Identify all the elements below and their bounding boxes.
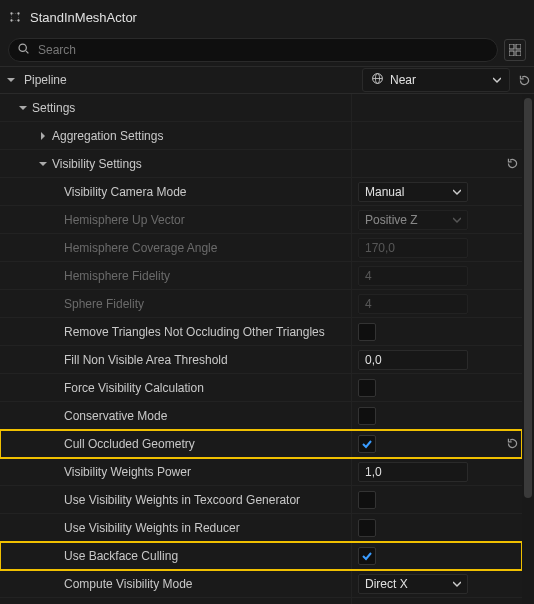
prop-fill-non-visible: Fill Non Visible Area Threshold 0,0	[0, 346, 522, 374]
prop-label: Conservative Mode	[64, 409, 167, 423]
field-hemisphere-fidelity: 4	[358, 266, 468, 286]
prop-sphere-fidelity: Sphere Fidelity 4	[0, 290, 522, 318]
prop-remove-triangles: Remove Triangles Not Occluding Other Tri…	[0, 318, 522, 346]
checkbox-use-weights-reducer[interactable]	[358, 519, 376, 537]
prop-label: Sphere Fidelity	[64, 297, 144, 311]
section-aggregation[interactable]: Aggregation Settings	[0, 122, 522, 150]
prop-visibility-weights-power: Visibility Weights Power 1,0	[0, 458, 522, 486]
prop-label: Hemisphere Fidelity	[64, 269, 170, 283]
prop-label: Use Backface Culling	[64, 549, 178, 563]
svg-point-3	[17, 19, 19, 21]
dropdown-visibility-camera-mode[interactable]: Manual	[358, 182, 468, 202]
svg-rect-7	[516, 44, 521, 49]
prop-hemisphere-up-vector: Hemisphere Up Vector Positive Z	[0, 206, 522, 234]
chevron-down-icon	[493, 73, 501, 87]
prop-label: Visibility Weights Power	[64, 465, 191, 479]
prop-force-visibility-calc: Force Visibility Calculation	[0, 374, 522, 402]
prop-use-weights-texcoord: Use Visibility Weights in Texcoord Gener…	[0, 486, 522, 514]
expand-arrow-icon[interactable]	[18, 103, 28, 113]
prop-use-backface-culling: Use Backface Culling	[0, 542, 522, 570]
section-settings[interactable]: Settings	[0, 94, 522, 122]
section-label: Visibility Settings	[52, 157, 142, 171]
actor-title: StandInMeshActor	[30, 10, 137, 25]
search-input[interactable]	[36, 42, 489, 58]
prop-cull-occluded-geometry: Cull Occluded Geometry	[0, 430, 522, 458]
dropdown-compute-visibility-mode[interactable]: Direct X	[358, 574, 468, 594]
prop-label: Force Visibility Calculation	[64, 381, 204, 395]
prop-label: Hemisphere Coverage Angle	[64, 241, 217, 255]
prop-label: Use Visibility Weights in Texcoord Gener…	[64, 493, 300, 507]
collapse-arrow-icon[interactable]	[38, 131, 48, 141]
prop-visibility-camera-mode: Visibility Camera Mode Manual	[0, 178, 522, 206]
section-label: Settings	[32, 101, 75, 115]
svg-rect-8	[509, 51, 514, 56]
pipeline-dropdown[interactable]: Near	[362, 68, 510, 92]
svg-rect-9	[516, 51, 521, 56]
reset-pipeline-button[interactable]	[514, 70, 534, 90]
prop-label: Visibility Camera Mode	[64, 185, 187, 199]
property-rows: Settings Aggregation Settings Visibility…	[0, 94, 522, 604]
vertical-scrollbar[interactable]	[522, 94, 534, 604]
svg-point-4	[19, 44, 26, 51]
section-label: Aggregation Settings	[52, 129, 163, 143]
checkbox-remove-triangles[interactable]	[358, 323, 376, 341]
prop-conservative-mode: Conservative Mode	[0, 402, 522, 430]
reset-visibility-button[interactable]	[502, 154, 522, 174]
prop-hemisphere-fidelity: Hemisphere Fidelity 4	[0, 262, 522, 290]
reset-cull-occluded-button[interactable]	[502, 434, 522, 454]
prop-label: Compute Visibility Mode	[64, 577, 193, 591]
prop-compute-visibility-mode: Compute Visibility Mode Direct X	[0, 570, 522, 598]
checkbox-cull-occluded-geometry[interactable]	[358, 435, 376, 453]
section-visibility[interactable]: Visibility Settings	[0, 150, 522, 178]
chevron-down-icon	[453, 185, 461, 199]
prop-label: Remove Triangles Not Occluding Other Tri…	[64, 325, 325, 339]
actor-icon	[8, 10, 22, 24]
svg-rect-6	[509, 44, 514, 49]
prop-label: Hemisphere Up Vector	[64, 213, 185, 227]
view-options-button[interactable]	[504, 39, 526, 61]
field-fill-non-visible[interactable]: 0,0	[358, 350, 468, 370]
prop-hemisphere-coverage-angle: Hemisphere Coverage Angle 170,0	[0, 234, 522, 262]
pipeline-label: Pipeline	[24, 73, 67, 87]
pipeline-value: Near	[390, 73, 487, 87]
section-geometry-culling[interactable]: Geometry Culling Settings	[0, 598, 522, 604]
chevron-down-icon	[453, 577, 461, 591]
dropdown-hemisphere-up-vector: Positive Z	[358, 210, 468, 230]
panel-header: StandInMeshActor	[0, 0, 534, 34]
checkbox-use-weights-texcoord[interactable]	[358, 491, 376, 509]
field-hemisphere-coverage-angle: 170,0	[358, 238, 468, 258]
prop-label: Use Visibility Weights in Reducer	[64, 521, 240, 535]
globe-icon	[371, 72, 384, 88]
details-panel: StandInMeshActor Pipeline Near	[0, 0, 534, 604]
svg-line-5	[26, 51, 28, 53]
search-box[interactable]	[8, 38, 498, 62]
pipeline-row: Pipeline Near	[0, 66, 534, 94]
prop-label: Fill Non Visible Area Threshold	[64, 353, 228, 367]
prop-label: Cull Occluded Geometry	[64, 437, 195, 451]
search-icon	[17, 42, 30, 58]
checkbox-conservative-mode[interactable]	[358, 407, 376, 425]
checkbox-use-backface-culling[interactable]	[358, 547, 376, 565]
scrollbar-thumb[interactable]	[524, 98, 532, 498]
search-row	[0, 34, 534, 66]
expand-arrow-icon[interactable]	[38, 159, 48, 169]
prop-use-weights-reducer: Use Visibility Weights in Reducer	[0, 514, 522, 542]
field-sphere-fidelity: 4	[358, 294, 468, 314]
checkbox-force-visibility-calc[interactable]	[358, 379, 376, 397]
field-visibility-weights-power[interactable]: 1,0	[358, 462, 468, 482]
expand-arrow-icon[interactable]	[6, 75, 16, 85]
chevron-down-icon	[453, 213, 461, 227]
